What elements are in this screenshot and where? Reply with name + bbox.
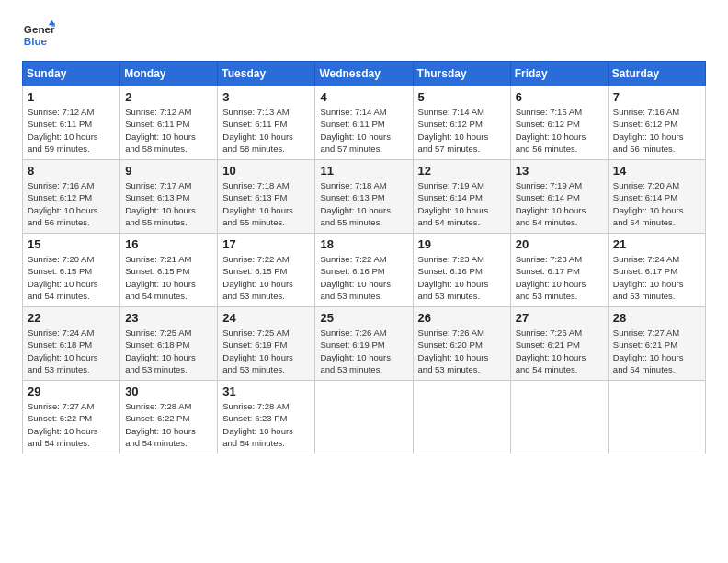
day-number: 7 <box>613 90 700 104</box>
header-thursday: Thursday <box>413 62 510 86</box>
day-number: 11 <box>320 164 407 178</box>
day-cell: 5 Sunrise: 7:14 AM Sunset: 6:12 PM Dayli… <box>413 86 510 160</box>
day-cell: 23 Sunrise: 7:25 AM Sunset: 6:18 PM Dayl… <box>120 307 218 381</box>
day-number: 17 <box>222 237 310 251</box>
day-info: Sunrise: 7:14 AM Sunset: 6:12 PM Dayligh… <box>418 106 506 155</box>
day-number: 22 <box>28 311 115 325</box>
day-info: Sunrise: 7:22 AM Sunset: 6:16 PM Dayligh… <box>320 253 407 302</box>
day-number: 2 <box>125 90 212 104</box>
day-info: Sunrise: 7:19 AM Sunset: 6:14 PM Dayligh… <box>418 179 506 228</box>
day-info: Sunrise: 7:27 AM Sunset: 6:22 PM Dayligh… <box>28 400 115 449</box>
day-number: 6 <box>516 90 603 104</box>
day-number: 16 <box>125 237 212 251</box>
day-info: Sunrise: 7:27 AM Sunset: 6:21 PM Dayligh… <box>613 327 700 375</box>
day-cell: 11 Sunrise: 7:18 AM Sunset: 6:13 PM Dayl… <box>315 160 413 234</box>
day-cell: 24 Sunrise: 7:25 AM Sunset: 6:19 PM Dayl… <box>218 307 315 381</box>
day-info: Sunrise: 7:25 AM Sunset: 6:18 PM Dayligh… <box>125 327 212 375</box>
day-cell: 6 Sunrise: 7:15 AM Sunset: 6:12 PM Dayli… <box>510 86 608 160</box>
day-info: Sunrise: 7:12 AM Sunset: 6:11 PM Dayligh… <box>125 106 212 155</box>
header-monday: Monday <box>120 62 218 86</box>
day-cell: 27 Sunrise: 7:26 AM Sunset: 6:21 PM Dayl… <box>510 307 608 381</box>
day-number: 13 <box>516 164 603 178</box>
day-cell: 9 Sunrise: 7:17 AM Sunset: 6:13 PM Dayli… <box>120 160 218 234</box>
day-cell: 18 Sunrise: 7:22 AM Sunset: 6:16 PM Dayl… <box>315 234 413 307</box>
day-cell: 8 Sunrise: 7:16 AM Sunset: 6:12 PM Dayli… <box>23 160 120 234</box>
day-number: 10 <box>222 164 310 178</box>
day-cell: 16 Sunrise: 7:21 AM Sunset: 6:15 PM Dayl… <box>120 234 218 307</box>
day-cell: 1 Sunrise: 7:12 AM Sunset: 6:11 PM Dayli… <box>23 86 120 160</box>
day-cell <box>315 381 413 454</box>
week-row-4: 22 Sunrise: 7:24 AM Sunset: 6:18 PM Dayl… <box>23 307 706 381</box>
day-info: Sunrise: 7:26 AM Sunset: 6:19 PM Dayligh… <box>320 327 407 375</box>
day-info: Sunrise: 7:28 AM Sunset: 6:23 PM Dayligh… <box>222 400 310 449</box>
day-cell: 13 Sunrise: 7:19 AM Sunset: 6:14 PM Dayl… <box>510 160 608 234</box>
day-cell <box>608 381 705 454</box>
header-wednesday: Wednesday <box>315 62 413 86</box>
week-row-3: 15 Sunrise: 7:20 AM Sunset: 6:15 PM Dayl… <box>23 234 706 307</box>
day-info: Sunrise: 7:17 AM Sunset: 6:13 PM Dayligh… <box>125 179 212 228</box>
day-cell: 31 Sunrise: 7:28 AM Sunset: 6:23 PM Dayl… <box>218 381 315 454</box>
day-cell <box>413 381 510 454</box>
day-cell: 4 Sunrise: 7:14 AM Sunset: 6:11 PM Dayli… <box>315 86 413 160</box>
day-info: Sunrise: 7:23 AM Sunset: 6:16 PM Dayligh… <box>418 253 506 302</box>
day-cell: 22 Sunrise: 7:24 AM Sunset: 6:18 PM Dayl… <box>23 307 120 381</box>
day-number: 18 <box>320 237 407 251</box>
day-number: 15 <box>28 237 115 251</box>
day-cell: 28 Sunrise: 7:27 AM Sunset: 6:21 PM Dayl… <box>608 307 705 381</box>
day-info: Sunrise: 7:16 AM Sunset: 6:12 PM Dayligh… <box>28 179 115 228</box>
header-friday: Friday <box>510 62 608 86</box>
day-number: 21 <box>613 237 700 251</box>
day-number: 20 <box>516 237 603 251</box>
day-info: Sunrise: 7:26 AM Sunset: 6:21 PM Dayligh… <box>516 327 603 375</box>
day-info: Sunrise: 7:18 AM Sunset: 6:13 PM Dayligh… <box>320 179 407 228</box>
day-cell: 20 Sunrise: 7:23 AM Sunset: 6:17 PM Dayl… <box>510 234 608 307</box>
day-number: 27 <box>516 311 603 325</box>
day-cell: 10 Sunrise: 7:18 AM Sunset: 6:13 PM Dayl… <box>218 160 315 234</box>
day-cell: 7 Sunrise: 7:16 AM Sunset: 6:12 PM Dayli… <box>608 86 705 160</box>
day-cell: 19 Sunrise: 7:23 AM Sunset: 6:16 PM Dayl… <box>413 234 510 307</box>
day-cell <box>510 381 608 454</box>
calendar-header-row: SundayMondayTuesdayWednesdayThursdayFrid… <box>23 62 706 86</box>
day-info: Sunrise: 7:19 AM Sunset: 6:14 PM Dayligh… <box>516 179 603 228</box>
day-cell: 17 Sunrise: 7:22 AM Sunset: 6:15 PM Dayl… <box>218 234 315 307</box>
day-number: 12 <box>418 164 506 178</box>
day-number: 5 <box>418 90 506 104</box>
page-header: General Blue <box>22 18 706 52</box>
day-info: Sunrise: 7:22 AM Sunset: 6:15 PM Dayligh… <box>222 253 310 302</box>
day-number: 28 <box>613 311 700 325</box>
day-number: 1 <box>28 90 115 104</box>
header-tuesday: Tuesday <box>218 62 315 86</box>
day-number: 9 <box>125 164 212 178</box>
day-number: 29 <box>28 385 115 398</box>
day-number: 19 <box>418 237 506 251</box>
day-info: Sunrise: 7:23 AM Sunset: 6:17 PM Dayligh… <box>516 253 603 302</box>
day-number: 8 <box>28 164 115 178</box>
day-info: Sunrise: 7:12 AM Sunset: 6:11 PM Dayligh… <box>28 106 115 155</box>
day-info: Sunrise: 7:24 AM Sunset: 6:17 PM Dayligh… <box>613 253 700 302</box>
day-info: Sunrise: 7:16 AM Sunset: 6:12 PM Dayligh… <box>613 106 700 155</box>
week-row-2: 8 Sunrise: 7:16 AM Sunset: 6:12 PM Dayli… <box>23 160 706 234</box>
day-cell: 3 Sunrise: 7:13 AM Sunset: 6:11 PM Dayli… <box>218 86 315 160</box>
day-cell: 29 Sunrise: 7:27 AM Sunset: 6:22 PM Dayl… <box>23 381 120 454</box>
day-number: 26 <box>418 311 506 325</box>
day-cell: 26 Sunrise: 7:26 AM Sunset: 6:20 PM Dayl… <box>413 307 510 381</box>
logo: General Blue <box>22 18 55 52</box>
day-number: 3 <box>222 90 310 104</box>
header-sunday: Sunday <box>23 62 120 86</box>
calendar-table: SundayMondayTuesdayWednesdayThursdayFrid… <box>22 61 706 454</box>
day-info: Sunrise: 7:18 AM Sunset: 6:13 PM Dayligh… <box>222 179 310 228</box>
day-number: 4 <box>320 90 407 104</box>
header-saturday: Saturday <box>608 62 705 86</box>
day-info: Sunrise: 7:20 AM Sunset: 6:14 PM Dayligh… <box>613 179 700 228</box>
day-info: Sunrise: 7:28 AM Sunset: 6:22 PM Dayligh… <box>125 400 212 449</box>
svg-text:Blue: Blue <box>24 35 48 47</box>
day-cell: 25 Sunrise: 7:26 AM Sunset: 6:19 PM Dayl… <box>315 307 413 381</box>
day-cell: 14 Sunrise: 7:20 AM Sunset: 6:14 PM Dayl… <box>608 160 705 234</box>
day-cell: 21 Sunrise: 7:24 AM Sunset: 6:17 PM Dayl… <box>608 234 705 307</box>
day-number: 24 <box>222 311 310 325</box>
day-number: 31 <box>222 385 310 398</box>
day-info: Sunrise: 7:21 AM Sunset: 6:15 PM Dayligh… <box>125 253 212 302</box>
logo-icon: General Blue <box>22 18 55 52</box>
day-info: Sunrise: 7:24 AM Sunset: 6:18 PM Dayligh… <box>28 327 115 375</box>
day-number: 30 <box>125 385 212 398</box>
